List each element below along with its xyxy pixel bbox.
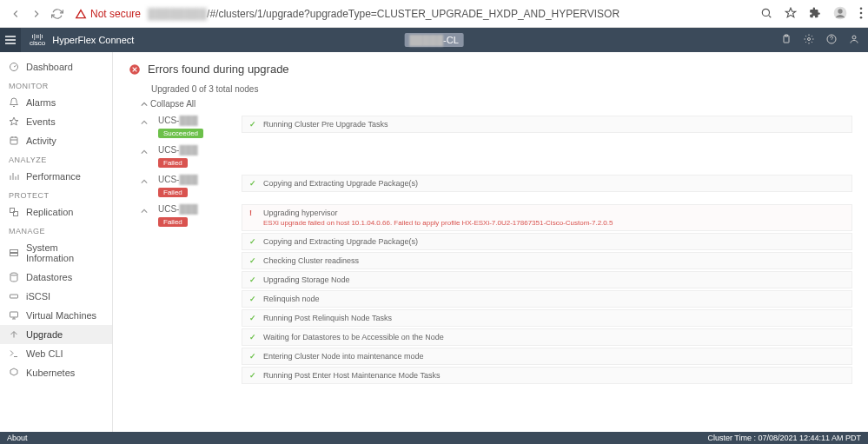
task-text: Upgrading hypervisorESXi upgrade failed … xyxy=(263,209,845,227)
user-icon[interactable] xyxy=(849,34,859,46)
brand: ı|ıı|ıcisco HyperFlex Connect xyxy=(21,33,142,47)
zoom-icon[interactable] xyxy=(760,7,772,21)
task-row: ✓Waiting for Datastores to be Accessible… xyxy=(242,328,852,346)
task-text: Waiting for Datastores to be Accessible … xyxy=(263,333,845,341)
forward-button[interactable] xyxy=(29,6,44,22)
sidebar-item-webcli[interactable]: Web CLI xyxy=(0,344,112,363)
sidebar-item-datastores[interactable]: Datastores xyxy=(0,268,112,287)
settings-icon[interactable] xyxy=(804,34,814,46)
status-badge: Succeeded xyxy=(158,129,203,138)
node-toggle[interactable] xyxy=(141,145,158,157)
task-text: Entering Cluster Node into maintenance m… xyxy=(263,352,845,361)
chevron-up-icon xyxy=(141,101,148,108)
reload-button[interactable] xyxy=(50,6,65,22)
sidebar-item-iscsi[interactable]: iSCSI xyxy=(0,287,112,306)
security-label: Not secure xyxy=(90,8,141,20)
sidebar-item-vms[interactable]: Virtual Machines xyxy=(0,306,112,325)
task-row: !Upgrading hypervisorESXi upgrade failed… xyxy=(242,204,852,231)
svg-rect-14 xyxy=(10,250,18,253)
svg-point-9 xyxy=(852,36,856,39)
cluster-time: Cluster Time : 07/08/2021 12:44:11 AM PD… xyxy=(707,434,861,442)
task-row: ✓Running Cluster Pre Upgrade Tasks xyxy=(242,116,852,133)
check-icon: ✓ xyxy=(249,237,263,246)
clipboard-icon[interactable] xyxy=(781,34,792,46)
sidebar-item-dashboard[interactable]: Dashboard xyxy=(0,57,112,76)
svg-point-5 xyxy=(860,16,863,18)
sidebar-item-performance[interactable]: Performance xyxy=(0,167,112,186)
task-row: ✓Upgrading Storage Node xyxy=(242,271,852,288)
status-badge: Failed xyxy=(158,188,188,197)
sidebar-item-alarms[interactable]: Alarms xyxy=(0,93,112,112)
collapse-all-button[interactable]: Collapse All xyxy=(141,99,852,109)
error-icon: ! xyxy=(249,209,263,217)
error-icon xyxy=(129,63,141,76)
node-name: UCS-███ xyxy=(158,204,236,214)
svg-point-4 xyxy=(860,11,863,14)
check-icon: ✓ xyxy=(249,314,263,322)
svg-point-0 xyxy=(762,9,769,16)
extensions-icon[interactable] xyxy=(809,7,821,21)
node-header: UCS-███Succeeded xyxy=(158,116,236,138)
svg-rect-11 xyxy=(10,137,17,144)
bookmark-icon[interactable] xyxy=(785,7,797,21)
node-header: UCS-███Failed xyxy=(158,145,236,168)
task-text: Running Post Relinquish Node Tasks xyxy=(263,314,845,322)
node-name: UCS-███ xyxy=(158,175,236,184)
svg-point-16 xyxy=(10,273,17,275)
task-row: ✓Copying and Extracting Upgrade Package(… xyxy=(242,175,852,192)
task-detail: ESXi upgrade failed on host 10.1.04.0.66… xyxy=(263,219,845,227)
address-bar[interactable]: ████████/#/clusters/1/upgrade?upgradeTyp… xyxy=(148,8,620,20)
task-list: ✓Running Cluster Pre Upgrade Tasks xyxy=(242,116,852,135)
task-row: ✓Checking Cluster readiness xyxy=(242,252,852,269)
node-toggle[interactable] xyxy=(141,116,158,128)
sidebar-head-manage: MANAGE xyxy=(0,222,112,238)
task-text: Running Post Enter Host Maintenance Mode… xyxy=(263,371,845,380)
sidebar-item-replication[interactable]: Replication xyxy=(0,202,112,222)
task-text: Running Cluster Pre Upgrade Tasks xyxy=(263,120,845,129)
task-text: Relinquish node xyxy=(263,295,845,303)
sidebar-item-activity[interactable]: Activity xyxy=(0,131,112,150)
node-toggle[interactable] xyxy=(141,175,158,187)
sidebar-head-analyze: ANALYZE xyxy=(0,150,112,167)
sidebar: Dashboard MONITOR Alarms Events Activity… xyxy=(0,52,113,432)
security-warning[interactable]: Not secure xyxy=(75,8,141,20)
node-toggle[interactable] xyxy=(141,204,158,216)
task-list: ✓Copying and Extracting Upgrade Package(… xyxy=(242,175,852,194)
help-icon[interactable] xyxy=(826,34,837,46)
sidebar-head-protect: PROTECT xyxy=(0,186,112,202)
about-link[interactable]: About xyxy=(7,434,28,442)
check-icon: ✓ xyxy=(249,120,263,129)
task-text: Upgrading Storage Node xyxy=(263,275,845,284)
check-icon: ✓ xyxy=(249,275,263,284)
node-name: UCS-███ xyxy=(158,145,236,155)
cluster-name: █████-CL xyxy=(404,33,464,47)
sidebar-item-kubernetes[interactable]: Kubernetes xyxy=(0,363,112,382)
task-text: Copying and Extracting Upgrade Package(s… xyxy=(263,237,845,246)
sidebar-item-upgrade[interactable]: Upgrade xyxy=(0,325,112,344)
task-text: Checking Cluster readiness xyxy=(263,256,845,265)
sidebar-item-sysinfo[interactable]: System Information xyxy=(0,238,112,268)
node-block: UCS-███Succeeded✓Running Cluster Pre Upg… xyxy=(141,116,852,138)
sidebar-head-monitor: MONITOR xyxy=(0,76,112,93)
menu-icon[interactable] xyxy=(859,7,863,21)
sidebar-item-events[interactable]: Events xyxy=(0,112,112,131)
app-header: ı|ıı|ıcisco HyperFlex Connect █████-CL xyxy=(0,28,868,52)
hamburger-button[interactable] xyxy=(0,28,21,52)
task-row: ✓Entering Cluster Node into maintenance … xyxy=(242,348,852,365)
check-icon: ✓ xyxy=(249,179,263,188)
check-icon: ✓ xyxy=(249,256,263,265)
task-row: ✓Relinquish node xyxy=(242,290,852,308)
svg-rect-18 xyxy=(10,312,18,317)
check-icon: ✓ xyxy=(249,333,263,341)
task-text: Copying and Extracting Upgrade Package(s… xyxy=(263,179,845,188)
node-block: UCS-███Failed✓Copying and Extracting Upg… xyxy=(141,175,852,197)
progress-text: Upgraded 0 of 3 total nodes xyxy=(151,84,852,94)
back-button[interactable] xyxy=(8,6,23,22)
status-bar: About Cluster Time : 07/08/2021 12:44:11… xyxy=(0,432,868,444)
task-row: ✓Running Post Relinquish Node Tasks xyxy=(242,309,852,327)
browser-chrome: Not secure ████████/#/clusters/1/upgrade… xyxy=(0,0,868,28)
profile-icon[interactable] xyxy=(833,6,847,22)
error-header: Errors found during upgrade xyxy=(129,63,852,76)
task-list: !Upgrading hypervisorESXi upgrade failed… xyxy=(242,204,852,386)
node-header: UCS-███Failed xyxy=(158,204,236,227)
